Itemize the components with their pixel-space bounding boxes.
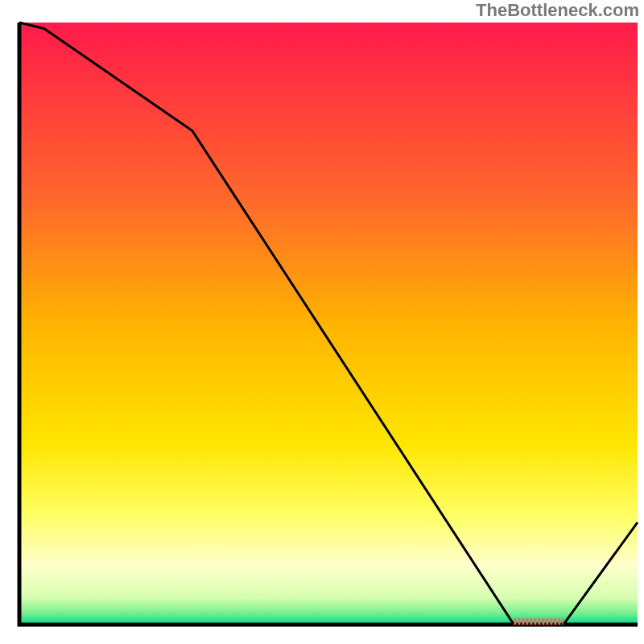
chart-container: TheBottleneck.com bbox=[0, 0, 644, 644]
plot-background bbox=[19, 23, 638, 625]
chart-svg bbox=[0, 0, 644, 644]
attribution-text: TheBottleneck.com bbox=[476, 0, 639, 21]
